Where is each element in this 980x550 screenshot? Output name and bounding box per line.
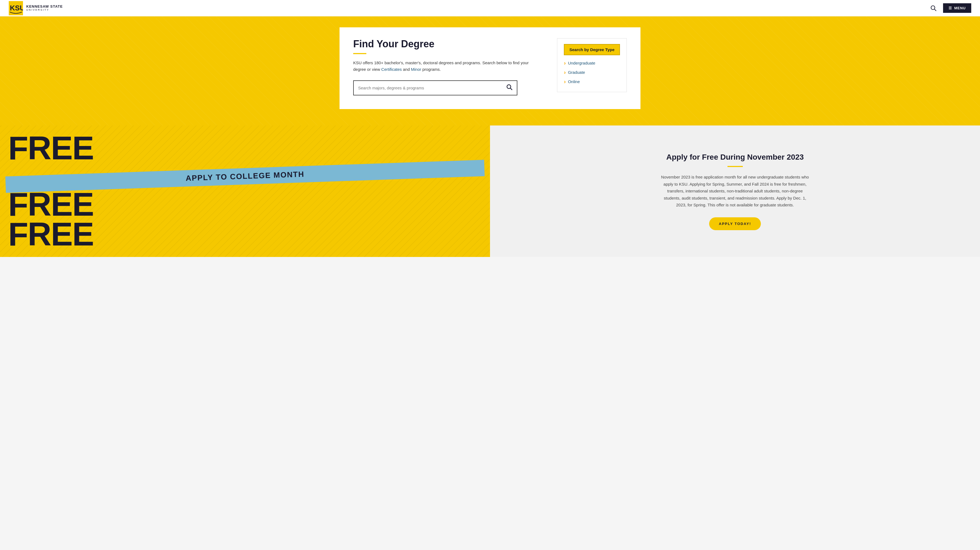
hero-desc-suffix: programs. bbox=[421, 67, 441, 71]
hero-description: KSU offers 180+ bachelor's, master's, do… bbox=[353, 60, 539, 73]
svg-point-2 bbox=[931, 6, 935, 10]
degree-type-item-graduate: Graduate bbox=[564, 70, 620, 75]
menu-label: MENU bbox=[954, 6, 966, 10]
degree-type-item-undergraduate: Undergraduate bbox=[564, 60, 620, 66]
svg-line-5 bbox=[511, 88, 512, 90]
promo-apply-info: Apply for Free During November 2023 Nove… bbox=[490, 125, 980, 257]
search-submit-icon bbox=[506, 84, 512, 90]
ksu-logo-icon: KSU bbox=[9, 1, 23, 15]
header-search-button[interactable] bbox=[931, 5, 937, 11]
promo-free-image: FREE APPLY TO COLLEGE MONTH FREE FREE bbox=[0, 125, 490, 257]
svg-text:KSU: KSU bbox=[10, 4, 23, 12]
logo-link[interactable]: KSU KENNESAW STATE UNIVERSITY bbox=[9, 1, 63, 15]
header-actions: ☰ MENU bbox=[931, 3, 971, 13]
promo-underline bbox=[727, 166, 743, 167]
free-text-block: FREE APPLY TO COLLEGE MONTH FREE FREE bbox=[8, 134, 482, 249]
free-word-1: FREE bbox=[8, 134, 482, 163]
hero-left: Find Your Degree KSU offers 180+ bachelo… bbox=[353, 38, 539, 95]
graduate-link[interactable]: Graduate bbox=[568, 70, 585, 74]
menu-icon: ☰ bbox=[948, 6, 952, 10]
hero-desc-and: and bbox=[402, 67, 411, 71]
site-header: KSU KENNESAW STATE UNIVERSITY ☰ MENU bbox=[0, 0, 980, 16]
degree-type-header: Search by Degree Type bbox=[564, 44, 620, 55]
promo-section: FREE APPLY TO COLLEGE MONTH FREE FREE Ap… bbox=[0, 125, 980, 257]
minor-link[interactable]: Minor bbox=[411, 67, 421, 71]
degree-type-links: Undergraduate Graduate Online bbox=[564, 60, 620, 84]
hero-title-underline bbox=[353, 53, 366, 54]
logo-text: KENNESAW STATE UNIVERSITY bbox=[26, 5, 63, 11]
search-input[interactable] bbox=[358, 86, 506, 90]
hero-content-card: Find Your Degree KSU offers 180+ bachelo… bbox=[339, 27, 641, 109]
university-sub: UNIVERSITY bbox=[26, 9, 63, 11]
hero-desc-prefix: KSU offers 180+ bachelor's, master's, do… bbox=[353, 60, 528, 71]
hero-title: Find Your Degree bbox=[353, 38, 539, 50]
free-word-2: FREE bbox=[8, 190, 482, 219]
undergraduate-link[interactable]: Undergraduate bbox=[568, 61, 595, 65]
search-icon bbox=[931, 5, 937, 11]
svg-line-3 bbox=[934, 9, 936, 11]
hero-inner: Find Your Degree KSU offers 180+ bachelo… bbox=[353, 38, 627, 95]
search-submit-button[interactable] bbox=[506, 84, 512, 92]
degree-type-panel: Search by Degree Type Undergraduate Grad… bbox=[557, 38, 627, 92]
university-name: KENNESAW STATE bbox=[26, 5, 63, 8]
svg-point-4 bbox=[507, 85, 511, 89]
promo-title: Apply for Free During November 2023 bbox=[666, 152, 804, 162]
search-box bbox=[353, 80, 517, 95]
free-word-3: FREE bbox=[8, 220, 482, 249]
online-link[interactable]: Online bbox=[568, 79, 580, 84]
degree-type-item-online: Online bbox=[564, 79, 620, 84]
hero-section: Find Your Degree KSU offers 180+ bachelo… bbox=[0, 16, 980, 125]
promo-description: November 2023 is free application month … bbox=[659, 174, 812, 209]
menu-button[interactable]: ☰ MENU bbox=[943, 3, 971, 13]
certificates-link[interactable]: Certificates bbox=[381, 67, 402, 71]
apply-today-button[interactable]: APPLY TODAY! bbox=[709, 217, 761, 230]
